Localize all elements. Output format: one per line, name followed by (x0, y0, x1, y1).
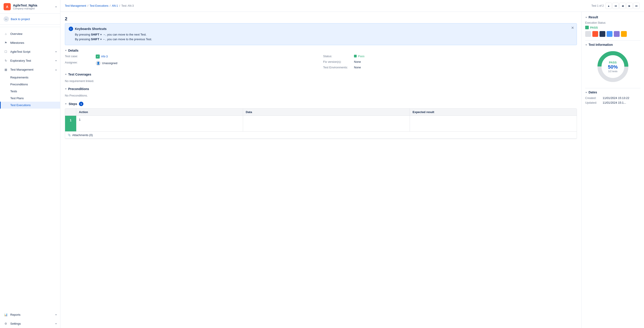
exec-status-label: Execution Status: (585, 21, 640, 24)
assignee-row: Assignee: 👤 Unassigned (65, 61, 319, 66)
steps-badge: 1 (79, 102, 84, 106)
nav-test-management-label: Test Management (10, 68, 33, 71)
nav-last-button[interactable]: ⏭ (633, 3, 640, 9)
steps-section: Steps 1 Action Data Expected result 1 1 (65, 102, 577, 139)
steps-table-header: Action Data Expected result (65, 109, 577, 116)
content-area: 2 i Keyboards Shortcuts ✕ By pressing SH… (60, 12, 644, 328)
banner-title: Keyboards Shortcuts (75, 27, 107, 31)
nav-prev-button[interactable]: ◀ (620, 3, 626, 9)
nav-settings-label: Settings (10, 322, 21, 325)
gear-icon: ⚙ (4, 321, 8, 326)
center-panel: 2 i Keyboards Shortcuts ✕ By pressing SH… (60, 12, 582, 328)
test-info-collapse-icon (585, 43, 587, 46)
breadcrumb-current: Test: AN-3 (122, 4, 134, 7)
info-icon: i (69, 26, 73, 31)
test-environments-value: None (354, 66, 361, 69)
chart-icon: 📊 (4, 312, 8, 317)
status-color-yellow[interactable] (621, 31, 627, 37)
sidebar-item-settings[interactable]: ⚙ Settings ▾ (0, 319, 60, 328)
pass-dot (585, 26, 589, 29)
details-title: Details (68, 49, 78, 52)
created-value: 11/01/2024 15:13:22 (603, 96, 629, 100)
details-section: Details Test case: ✓ AN-3 Assi (65, 49, 577, 69)
result-title: Result (588, 15, 598, 19)
test-environments-row: Test Environments: None (323, 66, 577, 69)
sidebar-header: A AgileTest_Nghia Company-managed ▾ (0, 0, 60, 14)
preconditions-collapse-icon (65, 88, 67, 90)
preconditions-title: Preconditions (68, 87, 89, 91)
dates-section: Dates Created: 11/01/2024 15:13:22 Updat… (585, 90, 640, 104)
pass-result-label: PASS (585, 26, 640, 29)
sidebar-item-agiletest-script[interactable]: ☐ AgileTest Script ▾ (0, 47, 60, 56)
chevron-down-icon[interactable]: ▾ (56, 5, 56, 8)
result-header[interactable]: Result (585, 15, 640, 19)
test-environments-label: Test Environments: (323, 66, 352, 69)
details-collapse-icon (65, 49, 67, 52)
nav-first-button[interactable]: ⏮ (612, 3, 619, 9)
flag-icon: ⚑ (4, 40, 8, 45)
dates-collapse-icon (585, 91, 587, 94)
dates-grid: Created: 11/01/2024 15:13:22 Updated: 11… (585, 96, 640, 104)
test-management-subnav: Requirements Preconditions Tests Test Pl… (0, 74, 60, 109)
sidebar-item-preconditions[interactable]: Preconditions (0, 81, 60, 88)
details-section-header[interactable]: Details (65, 49, 577, 52)
document-icon: ☐ (4, 49, 8, 54)
main-content: Test Management / Test Executions / AN-1… (60, 0, 644, 328)
step-action: 1 (76, 116, 243, 131)
status-color-red[interactable] (592, 31, 598, 37)
banner-close-button[interactable]: ✕ (571, 26, 574, 30)
test-info-header[interactable]: Test Information (585, 43, 640, 46)
sidebar-item-test-executions[interactable]: Test Executions (0, 102, 60, 109)
sidebar-item-tests[interactable]: Tests (0, 88, 60, 95)
sidebar-item-milestones[interactable]: ⚑ Milestones (0, 38, 60, 47)
sidebar-item-test-management[interactable]: ▦ Test Management ▴ (0, 65, 60, 74)
nav-up-button[interactable]: ▲ (606, 3, 612, 9)
updated-label: Updated: (585, 101, 601, 104)
status-color-purple[interactable] (614, 31, 620, 37)
breadcrumb-an1[interactable]: AN-1 (112, 4, 118, 7)
chevron-up-icon: ▴ (56, 68, 56, 71)
cycle-icon: ↻ (4, 58, 8, 63)
page-number: 2 (65, 15, 577, 23)
banner-line2: By pressing SHIFT + ←, you can move to t… (75, 37, 573, 42)
status-row: Status: Pass (323, 54, 577, 58)
donut-sub-text: 1/2 tests (608, 70, 618, 73)
coverages-collapse-icon (65, 73, 67, 75)
status-color-grey[interactable] (585, 31, 591, 37)
chevron-down-icon: ▾ (56, 59, 56, 62)
status-label: Status: (323, 54, 352, 58)
dates-header[interactable]: Dates (585, 90, 640, 94)
nav-next-button[interactable]: ▶ (626, 3, 632, 9)
back-arrow-icon: ← (4, 16, 9, 22)
step-number: 1 (65, 116, 76, 131)
app-sub: Company-managed (13, 7, 37, 10)
sidebar-item-exploratory-test[interactable]: ↻ Exploratory Test ▾ (0, 56, 60, 65)
banner-line1: By pressing SHIFT + →, you can move to t… (75, 32, 573, 37)
breadcrumb-test-management[interactable]: Test Management (65, 4, 86, 7)
test-case-row: Test case: ✓ AN-3 (65, 54, 319, 58)
test-info-title: Test Information (588, 43, 613, 46)
assignee-avatar: 👤 (96, 61, 100, 66)
steps-header[interactable]: Steps 1 (65, 102, 577, 106)
test-coverages-header[interactable]: Test Coverages (65, 73, 577, 76)
table-row: 1 1 (65, 116, 577, 132)
status-color-blue[interactable] (607, 31, 612, 37)
sidebar-item-overview[interactable]: ⌂ Overview (0, 29, 60, 38)
preconditions-header[interactable]: Preconditions (65, 87, 577, 91)
fix-versions-row: Fix version(s): None (323, 60, 577, 63)
donut-pass-text: PASS (608, 61, 618, 64)
status-color-dark[interactable] (600, 31, 605, 37)
fix-versions-label: Fix version(s): (323, 60, 352, 63)
sidebar-item-test-plans[interactable]: Test Plans (0, 95, 60, 102)
step-data (243, 116, 410, 131)
breadcrumb-test-executions[interactable]: Test Executions (90, 4, 108, 7)
sidebar-item-reports[interactable]: 📊 Reports ▾ (0, 310, 60, 319)
keyboard-shortcuts-banner: i Keyboards Shortcuts ✕ By pressing SHIF… (65, 23, 577, 45)
test-coverages-title: Test Coverages (68, 73, 91, 76)
test-case-value[interactable]: ✓ AN-3 (96, 54, 108, 58)
attachments-label: Attachments (0) (72, 133, 93, 137)
back-to-project-link[interactable]: ← Back to project (0, 14, 60, 24)
fix-versions-value: None (354, 60, 361, 63)
test-counter: Test 1 of 2 (592, 4, 604, 7)
sidebar-item-requirements[interactable]: Requirements (0, 74, 60, 81)
